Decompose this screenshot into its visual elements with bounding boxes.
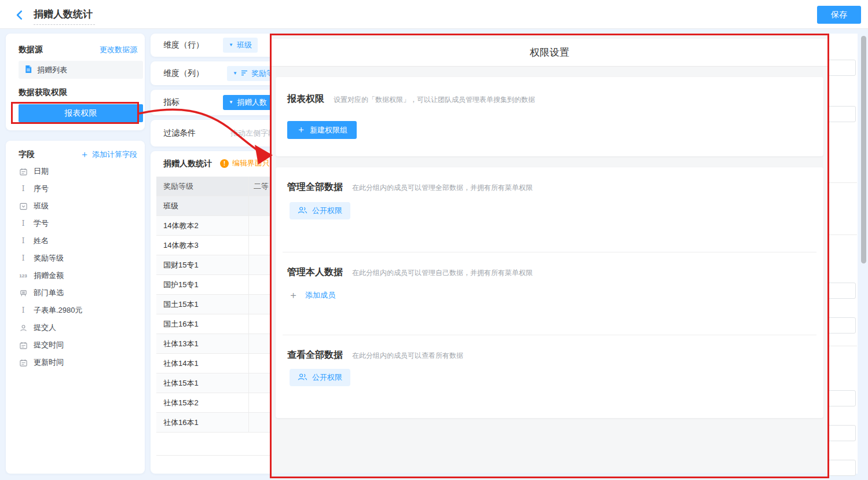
warning-icon: ! — [220, 159, 229, 168]
report-permission-section: 报表权限 设置对应的「数据权限」，可以让团队成员管理表单搜集到的数据 ＋ 新建权… — [276, 77, 823, 156]
group-heading: 管理本人数据 — [287, 266, 343, 279]
modal-bottom-strip — [272, 473, 827, 477]
calendar-icon — [19, 342, 28, 349]
back-icon[interactable] — [14, 9, 25, 21]
vertical-scrollbar[interactable] — [861, 36, 866, 263]
group-manage-own-data: 管理本人数据 在此分组内的成员可以管理自己数据，并拥有所有菜单权限 ＋ 添加成员 — [276, 252, 823, 335]
group-desc: 在此分组内的成员可以查看所有数据 — [352, 351, 463, 361]
calendar-icon — [19, 168, 28, 175]
right-panel-divider — [825, 346, 857, 346]
public-permission-label: 公开权限 — [312, 372, 342, 383]
edit-view-warning: ! 编辑界面只 — [220, 158, 270, 168]
public-permission-pill[interactable]: 公开权限 — [290, 202, 350, 219]
text-icon: I — [19, 254, 28, 262]
add-member-label: 添加成员 — [305, 290, 335, 301]
add-calc-field-link[interactable]: ＋ 添加计算字段 — [80, 149, 137, 160]
number-icon: 123 — [19, 273, 28, 279]
plus-icon: ＋ — [288, 288, 298, 302]
add-member-button[interactable]: ＋ 添加成员 — [288, 288, 335, 302]
plus-icon: ＋ — [80, 151, 89, 159]
change-datasource-link[interactable]: 更改数据源 — [100, 45, 137, 55]
group-desc: 在此分组内的成员可以管理自己数据，并拥有所有菜单权限 — [352, 268, 533, 278]
save-button[interactable]: 保存 — [817, 6, 861, 24]
report-permission-button[interactable]: 报表权限 — [19, 104, 143, 122]
datasource-heading: 数据源 — [19, 45, 43, 55]
group-desc: 在此分组内的成员可以管理全部数据，并拥有所有菜单权限 — [352, 183, 533, 193]
text-icon: I — [19, 237, 28, 245]
app-root: 捐赠人数统计 保存 数据源 更改数据源 捐赠列表 数据获取权限 报表权限 字段 … — [0, 0, 868, 480]
calendar-icon — [19, 359, 28, 367]
field-item-update-time[interactable]: 更新时间 — [19, 355, 143, 370]
group-view-all-data: 查看全部数据 在此分组内的成员可以查看所有数据 公开权限 — [276, 335, 823, 418]
datasource-item[interactable]: 捐赠列表 — [19, 61, 143, 79]
field-item-serial[interactable]: I 序号 — [19, 181, 143, 196]
modal-title: 权限设置 — [272, 39, 827, 67]
warning-text: 编辑界面只 — [232, 158, 270, 168]
report-permission-heading: 报表权限 — [287, 93, 324, 105]
row-dimension-label: 维度（行） — [163, 40, 204, 50]
chevron-down-icon: ▼ — [233, 71, 237, 76]
top-bar: 捐赠人数统计 保存 — [0, 0, 868, 29]
pivot-table-title: 捐赠人数统计 — [163, 159, 212, 169]
public-permission-label: 公开权限 — [312, 206, 342, 216]
right-panel-divider — [825, 182, 857, 183]
metric-label: 指标 — [163, 97, 180, 108]
field-item-class[interactable]: 班级 — [19, 199, 143, 214]
datasource-item-label: 捐赠列表 — [37, 65, 67, 75]
datasource-panel: 数据源 更改数据源 捐赠列表 数据获取权限 报表权限 — [6, 34, 145, 130]
text-icon: I — [19, 185, 28, 193]
right-panel-background — [825, 34, 858, 474]
text-icon: I — [19, 306, 28, 314]
user-icon — [19, 324, 28, 332]
page-title[interactable]: 捐赠人数统计 — [34, 8, 95, 25]
sort-icon — [241, 69, 248, 78]
chevron-down-icon: ▼ — [229, 43, 233, 47]
field-item-student-id[interactable]: I 学号 — [19, 216, 143, 231]
field-item-submit-time[interactable]: 提交时间 — [19, 338, 143, 353]
field-item-award-level[interactable]: I 奖励等级 — [19, 251, 143, 266]
group-manage-all-data: 管理全部数据 在此分组内的成员可以管理全部数据，并拥有所有菜单权限 公开权限 — [276, 167, 823, 252]
modal-titlebar: 权限设置 — [272, 39, 827, 67]
people-icon — [298, 373, 307, 383]
group-heading: 查看全部数据 — [287, 349, 343, 361]
metric-tag[interactable]: ▼ 捐赠人数 — [223, 95, 273, 110]
filter-dropzone-placeholder[interactable]: 拖动左侧字段 — [230, 128, 276, 138]
access-permission-heading: 数据获取权限 — [19, 87, 67, 98]
group-heading: 管理全部数据 — [287, 181, 343, 193]
filter-label: 过滤条件 — [163, 128, 196, 138]
text-icon: I — [19, 219, 28, 228]
fields-panel: 字段 ＋ 添加计算字段 日期 I 序号 班级 I 学号 I 姓名 I 奖励等级 — [6, 141, 145, 474]
field-item-subform[interactable]: I 子表单.2980元 — [19, 303, 143, 318]
field-item-donation-amount[interactable]: 123 捐赠金额 — [19, 268, 143, 283]
fields-heading: 字段 — [19, 149, 35, 160]
new-permission-group-button[interactable]: ＋ 新建权限组 — [287, 121, 357, 139]
permission-groups-card: 管理全部数据 在此分组内的成员可以管理全部数据，并拥有所有菜单权限 公开权限 管… — [276, 167, 823, 418]
right-panel-divider — [825, 234, 857, 235]
chevron-down-icon: ▼ — [229, 100, 233, 105]
select-icon — [19, 203, 28, 210]
people-icon — [298, 206, 307, 216]
department-icon — [19, 290, 28, 297]
field-item-department[interactable]: 部门单选 — [19, 285, 143, 301]
field-item-submitter[interactable]: 提交人 — [19, 320, 143, 335]
col-dimension-label: 维度（列） — [163, 68, 204, 79]
document-icon — [24, 65, 32, 75]
add-calc-field-label: 添加计算字段 — [92, 149, 137, 160]
report-permission-desc: 设置对应的「数据权限」，可以让团队成员管理表单搜集到的数据 — [334, 95, 535, 105]
plus-icon: ＋ — [296, 124, 306, 136]
field-item-name[interactable]: I 姓名 — [19, 233, 143, 248]
row-dimension-tag[interactable]: ▼ 班级 — [223, 38, 258, 53]
permission-settings-modal: 权限设置 报表权限 设置对应的「数据权限」，可以让团队成员管理表单搜集到的数据 … — [270, 34, 829, 478]
field-item-date[interactable]: 日期 — [19, 164, 143, 179]
public-permission-pill[interactable]: 公开权限 — [290, 369, 350, 386]
